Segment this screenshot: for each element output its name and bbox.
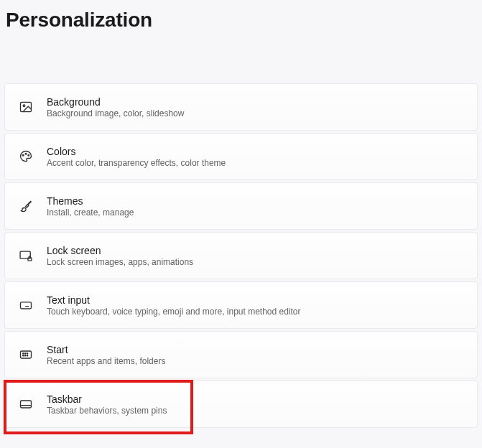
settings-item-start[interactable]: Start Recent apps and items, folders [4, 331, 478, 378]
item-subtitle: Background image, color, slideshow [47, 108, 184, 118]
taskbar-icon [18, 396, 34, 412]
brush-icon [18, 198, 34, 214]
svg-rect-7 [21, 302, 32, 309]
keyboard-icon [18, 297, 34, 313]
svg-point-14 [27, 355, 27, 356]
item-title: Background [47, 96, 184, 108]
item-subtitle: Taskbar behaviors, system pins [47, 406, 167, 416]
item-title: Taskbar [47, 393, 167, 405]
item-title: Lock screen [47, 245, 193, 256]
settings-item-taskbar[interactable]: Taskbar Taskbar behaviors, system pins [4, 381, 478, 428]
item-subtitle: Accent color, transparency effects, colo… [47, 158, 226, 168]
svg-rect-8 [21, 351, 32, 358]
item-title: Text input [47, 294, 301, 306]
settings-item-colors[interactable]: Colors Accent color, transparency effect… [4, 133, 478, 180]
svg-point-13 [25, 355, 26, 356]
svg-rect-0 [21, 102, 32, 111]
item-title: Start [47, 344, 165, 355]
svg-point-12 [23, 355, 24, 356]
svg-rect-6 [28, 258, 32, 261]
svg-point-11 [27, 353, 27, 354]
item-title: Themes [47, 195, 134, 207]
svg-point-2 [22, 155, 24, 157]
settings-list: Background Background image, color, slid… [0, 83, 482, 428]
settings-item-themes[interactable]: Themes Install, create, manage [4, 182, 478, 230]
lock-screen-icon [18, 248, 34, 263]
item-subtitle: Touch keyboard, voice typing, emoji and … [47, 307, 301, 317]
svg-point-4 [28, 155, 29, 157]
item-title: Colors [47, 146, 226, 157]
svg-point-9 [23, 353, 24, 354]
settings-item-background[interactable]: Background Background image, color, slid… [4, 83, 478, 131]
palette-icon [18, 149, 34, 164]
svg-point-1 [23, 105, 25, 107]
svg-rect-15 [21, 401, 32, 408]
settings-item-lock-screen[interactable]: Lock screen Lock screen images, apps, an… [4, 232, 478, 279]
item-subtitle: Install, create, manage [47, 207, 134, 218]
item-subtitle: Lock screen images, apps, animations [47, 257, 193, 267]
start-icon [18, 347, 34, 363]
settings-item-text-input[interactable]: Text input Touch keyboard, voice typing,… [4, 281, 478, 329]
image-icon [18, 99, 34, 115]
page-title: Personalization [0, 0, 482, 32]
svg-point-3 [25, 153, 27, 154]
svg-point-10 [25, 353, 26, 354]
item-subtitle: Recent apps and items, folders [47, 356, 165, 366]
